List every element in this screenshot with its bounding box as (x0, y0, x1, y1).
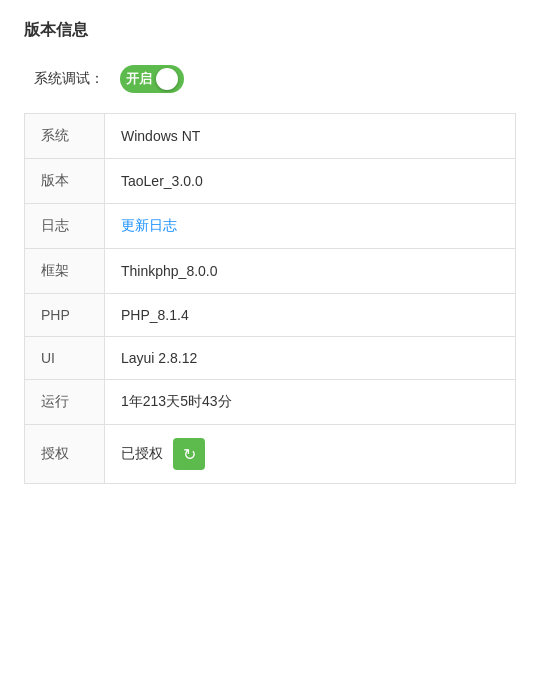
row-key: 授权 (25, 425, 105, 484)
auth-cell: 已授权↻ (121, 438, 499, 470)
debug-label: 系统调试： (34, 70, 104, 88)
row-key: 运行 (25, 380, 105, 425)
info-table: 系统Windows NT版本TaoLer_3.0.0日志更新日志框架Thinkp… (24, 113, 516, 484)
row-value: 1年213天5时43分 (105, 380, 516, 425)
row-key: 版本 (25, 159, 105, 204)
refresh-button[interactable]: ↻ (173, 438, 205, 470)
row-key: 日志 (25, 204, 105, 249)
refresh-icon: ↻ (183, 445, 196, 464)
table-row: 运行1年213天5时43分 (25, 380, 516, 425)
debug-row: 系统调试： 开启 (24, 65, 516, 93)
row-key: 框架 (25, 249, 105, 294)
row-value: TaoLer_3.0.0 (105, 159, 516, 204)
row-value: PHP_8.1.4 (105, 294, 516, 337)
table-row: 版本TaoLer_3.0.0 (25, 159, 516, 204)
row-key: 系统 (25, 114, 105, 159)
table-row: 日志更新日志 (25, 204, 516, 249)
row-value: Layui 2.8.12 (105, 337, 516, 380)
row-value[interactable]: 更新日志 (105, 204, 516, 249)
row-value: Thinkphp_8.0.0 (105, 249, 516, 294)
row-key: UI (25, 337, 105, 380)
table-row: UILayui 2.8.12 (25, 337, 516, 380)
row-key: PHP (25, 294, 105, 337)
auth-status: 已授权 (121, 445, 163, 463)
toggle-on-text: 开启 (126, 70, 156, 88)
changelog-link[interactable]: 更新日志 (121, 217, 177, 233)
table-row: 系统Windows NT (25, 114, 516, 159)
toggle-knob (156, 68, 178, 90)
page-title: 版本信息 (24, 20, 516, 41)
table-row: 授权已授权↻ (25, 425, 516, 484)
row-value: Windows NT (105, 114, 516, 159)
table-row: PHPPHP_8.1.4 (25, 294, 516, 337)
row-value: 已授权↻ (105, 425, 516, 484)
table-row: 框架Thinkphp_8.0.0 (25, 249, 516, 294)
debug-toggle[interactable]: 开启 (120, 65, 184, 93)
